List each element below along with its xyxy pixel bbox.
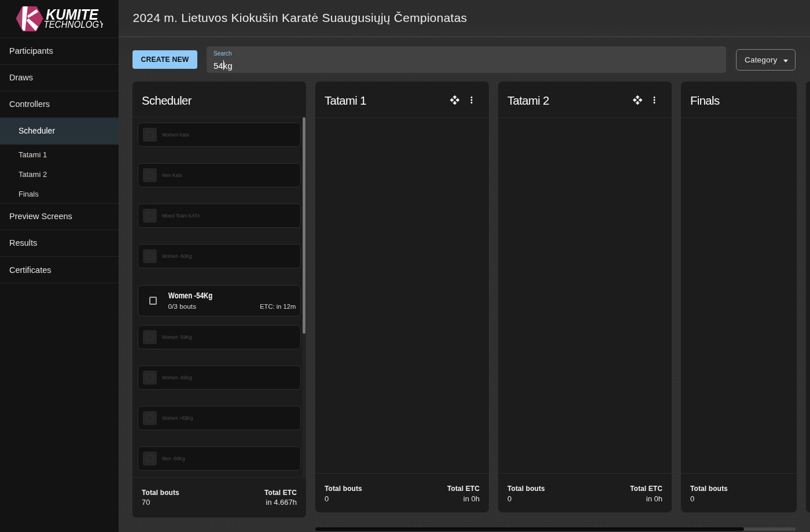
svg-text:TECHNOLOGY: TECHNOLOGY [44,20,104,30]
